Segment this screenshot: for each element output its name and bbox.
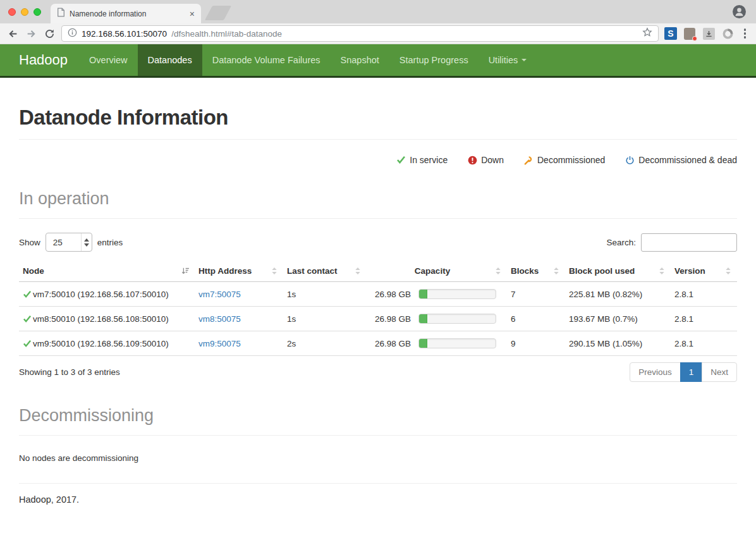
browser-menu-icon[interactable] bbox=[740, 28, 750, 39]
window-zoom-button[interactable] bbox=[34, 8, 41, 16]
http-address-link[interactable]: vm8:50075 bbox=[198, 314, 241, 324]
previous-page-button[interactable]: Previous bbox=[630, 362, 681, 382]
blocks-value: 6 bbox=[511, 314, 516, 324]
column-header-capacity[interactable]: Capacity bbox=[367, 261, 507, 282]
url-path[interactable]: /dfshealth.html#tab-datanode bbox=[171, 29, 282, 39]
browser-tab[interactable]: Namenode information × bbox=[51, 4, 201, 23]
legend-down: Down bbox=[468, 155, 504, 165]
sort-icon bbox=[271, 267, 278, 275]
sort-icon bbox=[658, 267, 666, 275]
extension-s-icon[interactable]: S bbox=[664, 27, 678, 40]
search-input[interactable] bbox=[641, 233, 737, 252]
chevron-down-icon bbox=[521, 59, 527, 61]
version-value: 2.8.1 bbox=[674, 290, 693, 299]
column-header-blocks[interactable]: Blocks bbox=[507, 261, 565, 282]
bookmark-star-icon[interactable] bbox=[642, 27, 652, 40]
capacity-progress-bar bbox=[418, 314, 496, 324]
pagination: Previous 1 Next bbox=[630, 362, 737, 382]
refresh-icon[interactable] bbox=[43, 27, 56, 40]
extension-download-icon[interactable] bbox=[702, 27, 716, 40]
check-icon bbox=[23, 315, 32, 323]
in-operation-heading: In operation bbox=[19, 189, 737, 209]
table-search: Search: bbox=[606, 233, 737, 252]
capacity-progress-bar bbox=[418, 338, 496, 348]
divider bbox=[19, 218, 737, 219]
decommissioning-heading: Decommissioning bbox=[19, 406, 737, 426]
capacity-value: 26.98 GB bbox=[370, 339, 411, 348]
column-header-last-contact[interactable]: Last contact bbox=[283, 261, 367, 282]
back-icon[interactable] bbox=[6, 27, 19, 40]
brand-hadoop[interactable]: Hadoop bbox=[0, 44, 79, 76]
tab-title: Namenode information bbox=[70, 9, 185, 18]
nav-item-utilities[interactable]: Utilities bbox=[479, 44, 537, 76]
tab-close-icon[interactable]: × bbox=[190, 9, 195, 19]
table-footer: Showing 1 to 3 of 3 entries Previous 1 N… bbox=[19, 362, 737, 382]
profile-icon[interactable] bbox=[733, 5, 746, 21]
column-header-http-address[interactable]: Http Address bbox=[195, 261, 283, 282]
extension-swirl-icon[interactable] bbox=[721, 27, 735, 40]
last-contact-value: 1s bbox=[287, 314, 296, 324]
version-value: 2.8.1 bbox=[674, 314, 693, 324]
browser-tab-strip: Namenode information × bbox=[0, 0, 756, 23]
node-address: vm7:50010 (192.168.56.107:50010) bbox=[33, 290, 169, 299]
column-header-version[interactable]: Version bbox=[671, 261, 737, 282]
window-minimize-button[interactable] bbox=[21, 8, 28, 16]
capacity-progress-bar bbox=[418, 289, 496, 299]
hadoop-navbar: Hadoop Overview Datanodes Datanode Volum… bbox=[0, 44, 756, 78]
column-header-node[interactable]: Node bbox=[19, 261, 195, 282]
block-pool-used-value: 290.15 MB (1.05%) bbox=[569, 339, 642, 348]
nav-item-snapshot[interactable]: Snapshot bbox=[331, 44, 389, 76]
select-spinner-icon bbox=[81, 233, 92, 251]
extension-notes-icon[interactable] bbox=[683, 27, 697, 40]
check-icon bbox=[396, 156, 406, 164]
window-close-button[interactable] bbox=[8, 8, 16, 16]
url-bar[interactable]: 192.168.56.101:50070 /dfshealth.html#tab… bbox=[61, 25, 659, 42]
legend-decommissioned: Decommissioned bbox=[524, 155, 605, 165]
nav-item-startup-progress[interactable]: Startup Progress bbox=[389, 44, 479, 76]
legend-in-service: In service bbox=[396, 155, 448, 165]
sort-active-icon bbox=[181, 267, 190, 275]
window-controls bbox=[8, 8, 41, 16]
capacity-value: 26.98 GB bbox=[370, 314, 411, 324]
datanode-table: Node Http Address Last contact Capacity … bbox=[19, 261, 737, 356]
sort-icon bbox=[724, 267, 732, 275]
block-pool-used-value: 225.81 MB (0.82%) bbox=[569, 290, 642, 299]
version-value: 2.8.1 bbox=[674, 339, 693, 348]
block-pool-used-value: 193.67 MB (0.7%) bbox=[569, 314, 638, 324]
power-icon bbox=[625, 156, 635, 165]
show-label: Show bbox=[19, 238, 40, 247]
page-1-button[interactable]: 1 bbox=[680, 362, 703, 382]
forward-icon[interactable] bbox=[25, 27, 37, 40]
new-tab-button[interactable] bbox=[205, 6, 231, 20]
url-host[interactable]: 192.168.56.101:50070 bbox=[82, 29, 167, 39]
browser-toolbar: 192.168.56.101:50070 /dfshealth.html#tab… bbox=[0, 23, 756, 44]
table-controls: Show 25 entries Search: bbox=[19, 233, 737, 252]
column-header-block-pool-used[interactable]: Block pool used bbox=[565, 261, 671, 282]
entries-label: entries bbox=[97, 238, 123, 247]
nav-item-overview[interactable]: Overview bbox=[79, 44, 137, 76]
table-row: vm7:50010 (192.168.56.107:50010) vm7:500… bbox=[19, 282, 737, 307]
wrench-icon bbox=[524, 156, 533, 165]
divider bbox=[19, 139, 737, 140]
capacity-value: 26.98 GB bbox=[370, 290, 411, 299]
page-length-select[interactable]: 25 bbox=[46, 233, 92, 252]
decommissioning-empty-message: No nodes are decommissioning bbox=[19, 453, 737, 463]
page-favicon-icon bbox=[57, 8, 65, 20]
footer-text: Hadoop, 2017. bbox=[19, 494, 737, 505]
nav-item-datanode-volume-failures[interactable]: Datanode Volume Failures bbox=[202, 44, 331, 76]
http-address-link[interactable]: vm7:50075 bbox=[198, 290, 241, 299]
exclamation-circle-icon bbox=[468, 156, 477, 165]
notification-badge bbox=[692, 36, 697, 41]
next-page-button[interactable]: Next bbox=[702, 362, 737, 382]
nav-item-datanodes[interactable]: Datanodes bbox=[138, 44, 202, 76]
sort-icon bbox=[354, 267, 362, 275]
search-label: Search: bbox=[606, 238, 636, 247]
site-info-icon[interactable] bbox=[68, 28, 77, 40]
entries-summary: Showing 1 to 3 of 3 entries bbox=[19, 367, 120, 377]
legend-decommissioned-dead: Decommissioned & dead bbox=[625, 155, 737, 165]
node-address: vm9:50010 (192.168.56.109:50010) bbox=[33, 339, 169, 348]
check-icon bbox=[23, 340, 32, 348]
http-address-link[interactable]: vm9:50075 bbox=[198, 339, 241, 348]
node-address: vm8:50010 (192.168.56.108:50010) bbox=[33, 314, 169, 324]
blocks-value: 9 bbox=[511, 339, 516, 348]
